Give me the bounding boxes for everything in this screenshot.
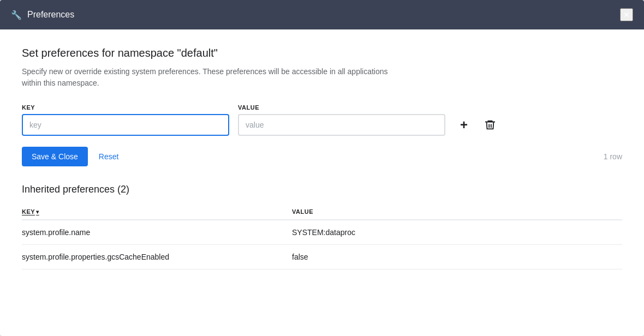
table-cell-value: SYSTEM:dataproc: [292, 220, 622, 245]
table-cell-key: system.profile.properties.gcsCacheEnable…: [22, 245, 292, 269]
value-field-group: VALUE: [238, 104, 445, 136]
close-button[interactable]: ✕: [620, 8, 633, 21]
action-row: Save & Close Reset 1 row: [22, 147, 622, 166]
key-column-header[interactable]: KEY▾: [22, 204, 292, 220]
add-row-button[interactable]: +: [454, 115, 474, 135]
header-left: 🔧 Preferences: [11, 10, 74, 20]
icon-buttons: +: [454, 115, 500, 135]
sort-arrow-icon: ▾: [36, 209, 39, 215]
inherited-title: Inherited preferences (2): [22, 184, 622, 195]
section-description: Specify new or override existing system …: [22, 66, 404, 89]
modal-title: Preferences: [27, 10, 74, 20]
key-label: KEY: [22, 104, 229, 111]
value-column-header: VALUE: [292, 204, 622, 220]
form-row: KEY VALUE +: [22, 104, 622, 136]
value-input[interactable]: [238, 114, 445, 136]
modal-body: Set preferences for namespace "default" …: [0, 29, 644, 336]
row-count: 1 row: [604, 152, 622, 161]
key-column-label: KEY: [22, 208, 35, 215]
value-label: VALUE: [238, 104, 445, 111]
action-row-left: Save & Close Reset: [22, 147, 121, 166]
delete-row-button[interactable]: [480, 115, 500, 135]
key-input[interactable]: [22, 114, 229, 136]
table-row: system.profile.nameSYSTEM:dataproc: [22, 220, 622, 245]
inherited-table: KEY▾ VALUE system.profile.nameSYSTEM:dat…: [22, 204, 622, 269]
reset-button[interactable]: Reset: [97, 148, 121, 165]
inherited-preferences-section: Inherited preferences (2) KEY▾ VALUE sys…: [22, 184, 622, 269]
table-row: system.profile.properties.gcsCacheEnable…: [22, 245, 622, 269]
wrench-icon: 🔧: [11, 10, 22, 20]
table-header-row: KEY▾ VALUE: [22, 204, 622, 220]
preferences-modal: 🔧 Preferences ✕ Set preferences for name…: [0, 0, 644, 336]
table-cell-value: false: [292, 245, 622, 269]
modal-header: 🔧 Preferences ✕: [0, 0, 644, 29]
trash-icon: [484, 119, 496, 131]
key-field-group: KEY: [22, 104, 229, 136]
save-close-button[interactable]: Save & Close: [22, 147, 88, 166]
table-cell-key: system.profile.name: [22, 220, 292, 245]
section-title: Set preferences for namespace "default": [22, 47, 622, 59]
